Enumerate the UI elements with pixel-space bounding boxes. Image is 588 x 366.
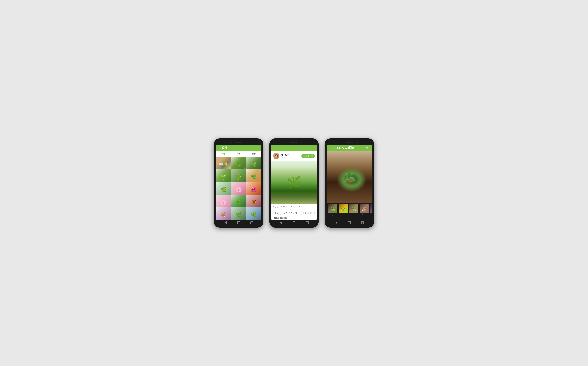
nav-recent-btn-2[interactable]	[305, 221, 309, 224]
post-date: 🕐 5月6日	[281, 156, 301, 159]
user-name: 田中涼子	[281, 153, 301, 156]
photo-grid: 🚐🌵 🌿 🌱 🌱 🌵 🪴 🌿 🌸	[216, 157, 261, 220]
nav-home-btn-1[interactable]	[236, 221, 241, 224]
nav-back-btn-1[interactable]	[223, 221, 228, 224]
filter-sunset-label: Sunset	[361, 214, 366, 216]
tag-room[interactable]: 部屋 >	[273, 211, 281, 215]
list-item[interactable]: 🌵	[246, 207, 261, 220]
filter-preview: 🪴	[327, 151, 372, 203]
screen-1: 発見 人気 新着 タグ 🚐🌵 🌿 🌱 🌱 🌵	[216, 145, 261, 220]
nav-recent-btn-3[interactable]	[360, 221, 365, 224]
tag-variety[interactable]: いろいろ入ってます >	[282, 211, 302, 215]
like-count: 44	[283, 206, 285, 208]
post-detail: 👩 田中涼子 🕐 5月6日 フォロー中 🌿 ♥	[271, 151, 317, 220]
next-button[interactable]: 次へ	[366, 146, 370, 149]
comment-count: 0	[299, 206, 300, 208]
nav-home-btn-2[interactable]	[292, 221, 296, 224]
tags-row: 部屋 > いろいろ入ってます > アレンジ >	[271, 210, 317, 216]
recent-icon-2	[306, 221, 308, 224]
tab-popular[interactable]: 人気	[216, 151, 231, 157]
filter-sunrise-thumb: 🪴	[349, 204, 358, 214]
filter-sunny-label: Sunny	[341, 214, 345, 216]
tab-tags[interactable]: タグ	[246, 151, 261, 157]
nav-recent-btn-1[interactable]	[250, 221, 254, 224]
filter-sunrise-label: Sunrise	[351, 214, 356, 216]
comment-icon	[288, 206, 290, 208]
screen1-title: 発見	[222, 146, 228, 150]
post-actions: ♥ いいね！ 44 コメント 0 ···	[271, 204, 317, 210]
back-button-2[interactable]: ←	[273, 146, 276, 150]
phone-3: ← フィルタを選択 次へ 🪴 🪴 Original	[325, 138, 374, 228]
phone-bottom-bar-3	[327, 220, 372, 226]
phone-top-bar-3	[327, 140, 372, 145]
phone-bottom-bar-1	[216, 220, 261, 226]
home-icon-2	[293, 221, 295, 224]
follow-button[interactable]: フォロー中	[301, 154, 315, 158]
recent-icon-3	[361, 221, 364, 224]
filter-original[interactable]: 🪴 Original	[328, 204, 337, 216]
post-image: 🌿	[271, 160, 317, 204]
comment-action[interactable]: コメント 0	[288, 206, 300, 208]
user-row: 👩 田中涼子 🕐 5月6日 フォロー中	[271, 151, 317, 160]
phone-2: ← 👩 田中涼子 🕐 5月6日 フォロー中 🌿	[269, 138, 319, 228]
botanical-tag[interactable]: Today's botanical >	[271, 216, 317, 220]
avatar: 👩	[273, 153, 279, 159]
phone-bottom-bar-2	[271, 220, 317, 226]
comment-label: コメント	[291, 206, 298, 208]
phone-top-bar-2	[271, 140, 317, 145]
clock-icon: 🕐	[281, 157, 282, 158]
more-options-icon[interactable]: ···	[312, 206, 315, 208]
filter-sunrise[interactable]: 🪴 Sunrise	[349, 204, 358, 216]
back-arrow-icon-3	[335, 221, 337, 224]
header-3: ← フィルタを選択 次へ	[327, 145, 372, 151]
filter-strip: 🪴 Original 🪴 Sunny 🪴 Sunrise	[327, 203, 372, 220]
tab-bar-1: 人気 新着 タグ	[216, 151, 261, 157]
front-camera-1b	[245, 142, 247, 143]
preview-plant-emoji: 🪴	[343, 171, 356, 184]
filter-screen: 🪴 🪴 Original 🪴 Sunny	[327, 151, 372, 220]
tag-arrange[interactable]: アレンジ >	[303, 211, 315, 215]
back-button-3[interactable]: ←	[329, 146, 331, 150]
user-info: 田中涼子 🕐 5月6日	[281, 153, 301, 159]
post-plant-emoji: 🌿	[287, 176, 301, 189]
back-arrow-icon-2	[280, 221, 282, 224]
like-action[interactable]: ♥ いいね！ 44	[273, 206, 285, 208]
heart-icon: ♥	[273, 206, 274, 208]
filter-original-label: Original	[330, 214, 335, 216]
back-arrow-icon-1	[224, 221, 227, 224]
filter-h-thumb: 🪴	[370, 204, 372, 214]
filter-title: フィルタを選択	[332, 146, 354, 150]
recent-icon-1	[251, 221, 253, 224]
tab-new[interactable]: 新着	[231, 151, 246, 157]
home-icon-1	[237, 221, 240, 224]
screen-2: ← 👩 田中涼子 🕐 5月6日 フォロー中 🌿	[271, 145, 317, 220]
speaker-1	[235, 142, 243, 143]
filter-original-thumb: 🪴	[328, 204, 337, 214]
filter-sunset[interactable]: 🪴 Sunset	[359, 204, 369, 216]
filter-sunny[interactable]: 🪴 Sunny	[338, 204, 348, 216]
list-item[interactable]: 🌿	[231, 207, 246, 220]
list-item[interactable]: 💐	[216, 207, 231, 220]
front-camera-1	[230, 142, 232, 143]
front-camera-2b	[301, 142, 302, 143]
filter-sunny-thumb: 🪴	[338, 204, 348, 214]
header-2: ←	[271, 145, 317, 151]
filter-sunset-thumb: 🪴	[359, 204, 369, 214]
front-camera-3b	[356, 142, 358, 143]
filter-h[interactable]: 🪴 H	[370, 204, 372, 216]
nav-back-btn-3[interactable]	[334, 221, 338, 224]
screen-3: ← フィルタを選択 次へ 🪴 🪴 Original	[327, 145, 372, 220]
header-1: 発見	[216, 145, 261, 151]
speaker-3	[345, 142, 353, 143]
front-camera-3	[341, 142, 343, 143]
home-icon-3	[348, 221, 351, 224]
nav-home-btn-3[interactable]	[347, 221, 352, 224]
front-camera-2	[286, 142, 287, 143]
menu-icon[interactable]	[218, 147, 220, 149]
like-label: いいね！	[275, 206, 282, 208]
phone-1: 発見 人気 新着 タグ 🚐🌵 🌿 🌱 🌱 🌵	[214, 138, 263, 228]
nav-back-btn-2[interactable]	[279, 221, 283, 224]
speaker-2	[290, 142, 298, 143]
phone-top-bar-1	[216, 140, 261, 145]
